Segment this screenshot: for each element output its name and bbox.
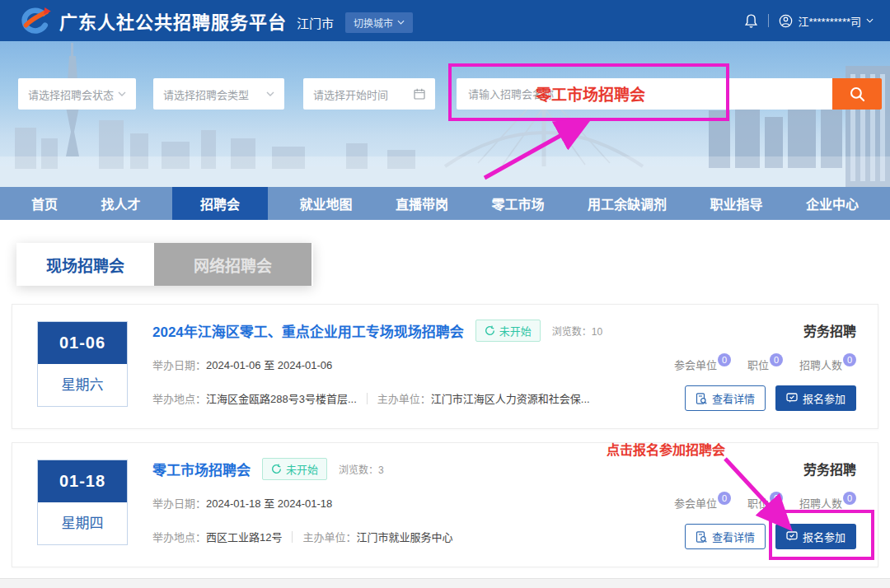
- job-fair-card: 01-18 星期四 零工市场招聘会 未开始 浏览数：3 劳务: [12, 442, 878, 567]
- tab-onsite-fair[interactable]: 现场招聘会: [16, 243, 154, 286]
- stat-count-badge: 0: [843, 353, 856, 366]
- user-icon: [779, 14, 793, 28]
- stat-count-badge: 0: [770, 492, 783, 505]
- fair-title-link[interactable]: 零工市场招聘会: [152, 459, 251, 479]
- switch-city-button[interactable]: 切换城市: [345, 12, 413, 33]
- fair-type-select[interactable]: 请选择招聘会类型: [153, 78, 284, 110]
- location-label: 举办地点：: [152, 390, 206, 406]
- date-block: 01-18 星期四: [37, 460, 128, 545]
- user-account-menu[interactable]: 江**********司: [779, 13, 874, 29]
- detail-icon: [696, 393, 707, 404]
- banner-image: 请选择招聘会状态 请选择招聘会类型 请选择开始时间: [0, 41, 890, 187]
- chevron-down-icon: [118, 91, 126, 96]
- footer-strip: [0, 578, 890, 588]
- recruitment-platform-page: 广东人社公共招聘服务平台 江门市 切换城市 江**********司: [0, 0, 890, 588]
- location-label: 举办地点：: [152, 529, 206, 544]
- header-right-group: 江**********司: [744, 13, 874, 29]
- fair-tabs: 现场招聘会 网络招聘会: [16, 243, 313, 286]
- job-fair-card: 01-06 星期六 2024年江海区零工、重点企业用工专场现场招聘会 未开始 浏…: [12, 304, 878, 429]
- fair-category: 劳务招聘: [803, 459, 856, 478]
- date-label: 举办日期：: [152, 497, 206, 510]
- main-nav: 首页 找人才 招聘会 就业地图 直播带岗 零工市场 用工余缺调剂 职业指导 企业…: [0, 187, 890, 220]
- meta-divider: [292, 531, 293, 543]
- signup-button[interactable]: 报名参加: [775, 385, 856, 411]
- nav-item-find-talent[interactable]: 找人才: [89, 187, 152, 220]
- nav-item-home[interactable]: 首页: [20, 187, 69, 220]
- user-name: 江**********司: [798, 13, 861, 29]
- clock-icon: [485, 325, 495, 336]
- date-label: 举办日期：: [152, 359, 206, 371]
- clock-icon: [271, 464, 282, 474]
- card-main: 2024年江海区零工、重点企业用工专场现场招聘会 未开始 浏览数：10 劳务招聘…: [152, 318, 856, 415]
- chevron-down-icon: [866, 18, 874, 23]
- detail-icon: [696, 531, 707, 543]
- nav-item-enterprise-center[interactable]: 企业中心: [794, 187, 870, 220]
- nav-item-job-fairs[interactable]: 招聘会: [172, 187, 268, 220]
- nav-item-live-jobs[interactable]: 直播带岗: [384, 187, 460, 220]
- status-badge: 未开始: [475, 320, 541, 342]
- date-range: 2024-01-06 至 2024-01-06: [206, 359, 332, 371]
- fair-status-select[interactable]: 请选择招聘会状态: [18, 78, 136, 110]
- start-time-placeholder: 请选择开始时间: [313, 86, 388, 102]
- fair-category: 劳务招聘: [803, 320, 856, 340]
- signup-icon: [786, 531, 798, 542]
- meta-divider: [367, 393, 368, 404]
- stat-count-badge: 0: [843, 492, 856, 505]
- nav-item-employment-map[interactable]: 就业地图: [288, 187, 363, 220]
- date-block: 01-06 星期六: [37, 321, 128, 407]
- organizer-value: 江门市江海区人力资源和社会保...: [431, 390, 590, 406]
- fair-weekday: 星期四: [38, 502, 127, 544]
- status-badge: 未开始: [262, 458, 327, 480]
- date-range: 2024-01-18 至 2024-01-18: [206, 497, 332, 510]
- header-divider: [768, 14, 769, 27]
- site-logo-icon: [16, 6, 51, 35]
- chevron-down-icon: [397, 20, 405, 25]
- organizer-label: 主办单位：: [377, 390, 431, 406]
- card-main: 零工市场招聘会 未开始 浏览数：3 劳务招聘 举办日期：2024-01-18 至…: [152, 456, 856, 553]
- stat-count-badge: 0: [718, 353, 731, 366]
- status-label: 未开始: [286, 461, 318, 477]
- fair-weekday: 星期六: [38, 364, 127, 406]
- search-icon: [849, 86, 866, 103]
- site-title: 广东人社公共招聘服务平台: [59, 7, 287, 34]
- city-skyline-image: [0, 41, 890, 187]
- fair-date: 01-18: [38, 460, 127, 502]
- fair-status-placeholder: 请选择招聘会状态: [28, 86, 114, 102]
- search-button[interactable]: [832, 78, 882, 110]
- top-header: 广东人社公共招聘服务平台 江门市 切换城市 江**********司: [0, 0, 890, 41]
- status-label: 未开始: [499, 323, 532, 338]
- organizer-value: 江门市就业服务中心: [357, 529, 453, 544]
- views-count: 浏览数：10: [552, 324, 602, 338]
- bell-icon[interactable]: [744, 13, 758, 29]
- calendar-icon: [414, 88, 425, 100]
- fair-date: 01-06: [38, 322, 127, 364]
- content-area: 现场招聘会 网络招聘会 01-06 星期六 2024年江海区零工、重点企业用工专…: [0, 220, 890, 588]
- nav-item-gig-market[interactable]: 零工市场: [480, 187, 555, 220]
- filter-row: 请选择招聘会状态 请选择招聘会类型 请选择开始时间: [0, 78, 890, 110]
- fair-title-link[interactable]: 2024年江海区零工、重点企业用工专场现场招聘会: [152, 320, 464, 341]
- stat-count-badge: 0: [770, 353, 783, 366]
- chevron-down-icon: [266, 91, 274, 96]
- signup-button[interactable]: 报名参加: [775, 524, 856, 549]
- fair-stats: 参会单位0 职位0 招聘人数0: [674, 495, 856, 511]
- current-city: 江门市: [297, 10, 334, 31]
- stat-count-badge: 0: [718, 492, 731, 505]
- fair-stats: 参会单位0 职位0 招聘人数0: [674, 357, 856, 372]
- signup-icon: [786, 393, 798, 404]
- search-input[interactable]: [457, 78, 832, 110]
- fair-type-placeholder: 请选择招聘会类型: [163, 86, 249, 102]
- start-time-picker[interactable]: 请选择开始时间: [303, 78, 435, 110]
- location-value: 西区工业路12号: [206, 529, 282, 544]
- view-details-button[interactable]: 查看详情: [685, 385, 766, 411]
- tab-online-fair[interactable]: 网络招聘会: [154, 243, 312, 286]
- switch-city-label: 切换城市: [354, 16, 393, 30]
- view-details-button[interactable]: 查看详情: [685, 524, 766, 549]
- views-count: 浏览数：3: [339, 462, 384, 476]
- location-value: 江海区金瓯路288号3号楼首层...: [206, 390, 357, 406]
- organizer-label: 主办单位：: [302, 529, 356, 544]
- nav-item-career-guidance[interactable]: 职业指导: [698, 187, 774, 220]
- nav-item-labor-adjustment[interactable]: 用工余缺调剂: [576, 187, 678, 220]
